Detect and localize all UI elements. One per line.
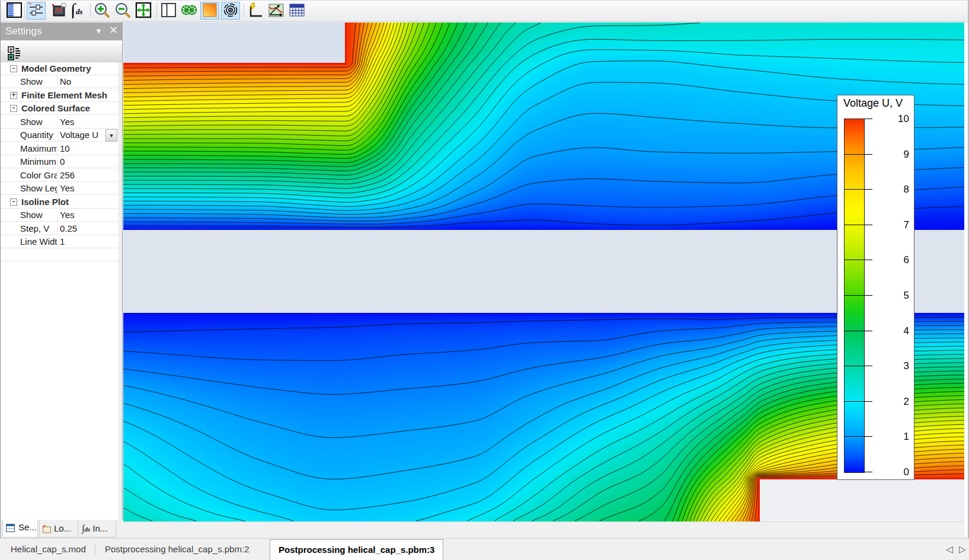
svg-text:ds: ds (76, 7, 83, 16)
